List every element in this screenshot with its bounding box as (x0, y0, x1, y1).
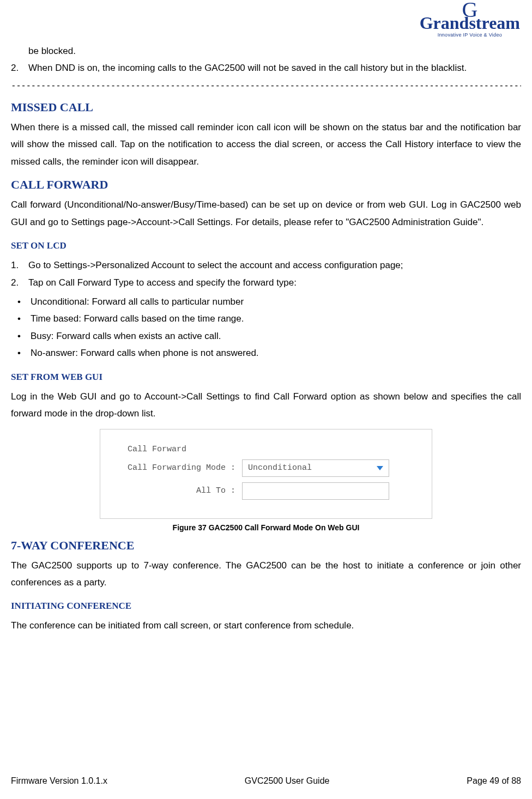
conference-body: The GAC2500 supports up to 7-way confere… (11, 557, 521, 591)
figure-caption: Figure 37 GAC2500 Call Forward Mode On W… (100, 523, 432, 532)
continuation-line-1: be blocked. (28, 43, 521, 59)
heading-set-on-lcd: SET ON LCD (11, 240, 521, 251)
missed-call-body: When there is a missed call, the missed … (11, 119, 521, 170)
list-text: Tap on Call Forward Type to access and s… (28, 274, 521, 291)
list-number: 1. (11, 257, 28, 274)
heading-initiating-conference: INITIATING CONFERENCE (11, 601, 521, 612)
footer-doc-title: GVC2500 User Guide (245, 776, 330, 786)
bullet-text: Busy: Forward calls when exists an activ… (31, 328, 221, 344)
brand-logo: G Grandstream Innovative IP Voice & Vide… (420, 4, 520, 38)
bullet-icon: • (17, 328, 31, 344)
heading-set-from-web-gui: SET FROM WEB GUI (11, 372, 521, 383)
heading-missed-call: MISSED CALL (11, 100, 521, 114)
select-value: Unconditional (248, 463, 312, 473)
fig-mode-label: Call Forwarding Mode : (100, 463, 242, 473)
bullet-icon: • (17, 293, 31, 310)
separator-dashes: ----------------------------------------… (11, 80, 521, 90)
call-forward-body: Call forward (Unconditional/No-answer/Bu… (11, 196, 521, 231)
bullet-text: Unconditional: Forward all calls to part… (31, 293, 244, 310)
fig-all-to-label: All To : (100, 486, 242, 495)
bullet-icon: • (17, 344, 31, 361)
chevron-down-icon (377, 466, 383, 470)
footer-firmware: Firmware Version 1.0.1.x (11, 776, 107, 786)
list-number: 2. (11, 59, 28, 76)
heading-7way-conference: 7-WAY CONFERENCE (11, 538, 521, 553)
web-gui-body: Log in the Web GUI and go to Account->Ca… (11, 388, 521, 422)
page-footer: Firmware Version 1.0.1.x GVC2500 User Gu… (11, 776, 521, 786)
bullet-icon: • (17, 310, 31, 327)
bullet-text: Time based: Forward calls based on the t… (31, 310, 244, 327)
fig-heading: Call Forward (100, 445, 242, 454)
call-forwarding-mode-select[interactable]: Unconditional (242, 459, 389, 477)
initiating-body: The conference can be initiated from cal… (11, 617, 521, 634)
footer-page-number: Page 49 of 88 (467, 776, 521, 786)
bullet-text: No-answer: Forward calls when phone is n… (31, 344, 259, 361)
logo-tagline: Innovative IP Voice & Video (420, 32, 520, 38)
list-text: When DND is on, the incoming calls to th… (28, 59, 521, 76)
figure-screenshot: Call Forward Call Forwarding Mode : Unco… (100, 429, 432, 519)
logo-text: Grandstream (420, 15, 520, 31)
all-to-input[interactable] (242, 482, 389, 500)
list-text: Go to Settings->Personalized Account to … (28, 257, 521, 274)
heading-call-forward: CALL FORWARD (11, 178, 521, 192)
list-number: 2. (11, 274, 28, 291)
